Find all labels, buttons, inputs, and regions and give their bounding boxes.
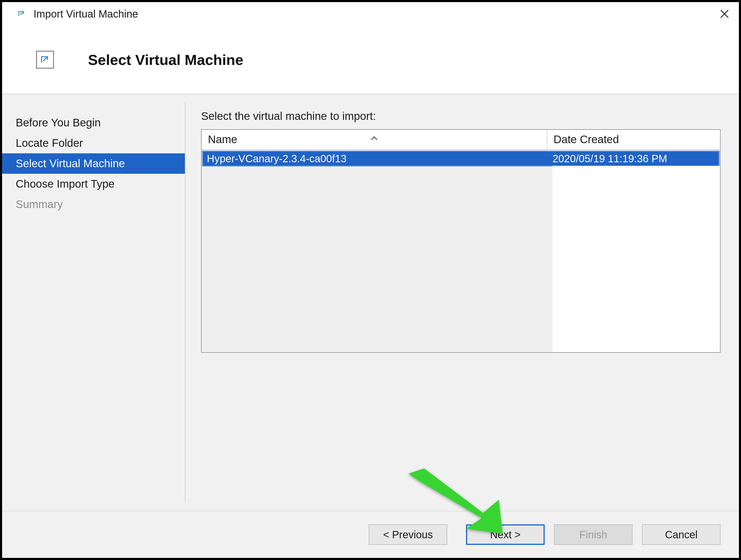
wizard-sidebar: Before You Begin Locate Folder Select Vi… xyxy=(2,102,185,503)
instruction-text: Select the virtual machine to import: xyxy=(201,110,721,123)
window-title: Import Virtual Machine xyxy=(33,8,138,20)
vm-row-name: Hyper-VCanary-2.3.4-ca00f13 xyxy=(202,153,548,165)
wizard-window: Import Virtual Machine Select Virtual Ma… xyxy=(0,0,741,560)
vm-list-row[interactable]: Hyper-VCanary-2.3.4-ca00f13 2020/05/19 1… xyxy=(202,151,720,166)
vm-list-rows: Hyper-VCanary-2.3.4-ca00f13 2020/05/19 1… xyxy=(202,150,720,352)
wizard-body: Before You Begin Locate Folder Select Vi… xyxy=(2,94,739,511)
sort-ascending-icon xyxy=(370,131,378,143)
vm-row-date-created: 2020/05/19 11:19:36 PM xyxy=(548,153,720,165)
import-icon xyxy=(16,8,27,20)
wizard-footer: < Previous Next > Finish Cancel xyxy=(2,511,739,558)
finish-button: Finish xyxy=(554,525,632,545)
page-heading: Select Virtual Machine xyxy=(2,26,739,94)
step-locate-folder[interactable]: Locate Folder xyxy=(2,133,185,153)
close-button[interactable] xyxy=(718,7,732,21)
wizard-content: Select the virtual machine to import: Na… xyxy=(185,94,739,511)
vm-list[interactable]: Name Date Created Hyper-VCanary-2.3.4-ca… xyxy=(201,129,721,353)
column-header-date-created[interactable]: Date Created xyxy=(547,130,720,149)
import-icon xyxy=(36,51,54,69)
cancel-button[interactable]: Cancel xyxy=(642,525,721,545)
step-summary: Summary xyxy=(2,194,185,215)
title-bar: Import Virtual Machine xyxy=(2,2,739,26)
column-header-name-label: Name xyxy=(208,133,237,146)
step-select-virtual-machine[interactable]: Select Virtual Machine xyxy=(2,153,185,174)
column-header-date-created-label: Date Created xyxy=(553,133,619,146)
close-icon xyxy=(720,9,730,19)
column-header-name[interactable]: Name xyxy=(202,130,547,149)
step-before-you-begin[interactable]: Before You Begin xyxy=(2,112,185,133)
previous-button[interactable]: < Previous xyxy=(369,525,447,545)
page-title: Select Virtual Machine xyxy=(88,51,243,68)
step-choose-import-type[interactable]: Choose Import Type xyxy=(2,174,185,194)
vm-list-header: Name Date Created xyxy=(202,130,720,150)
next-button[interactable]: Next > xyxy=(466,525,545,545)
